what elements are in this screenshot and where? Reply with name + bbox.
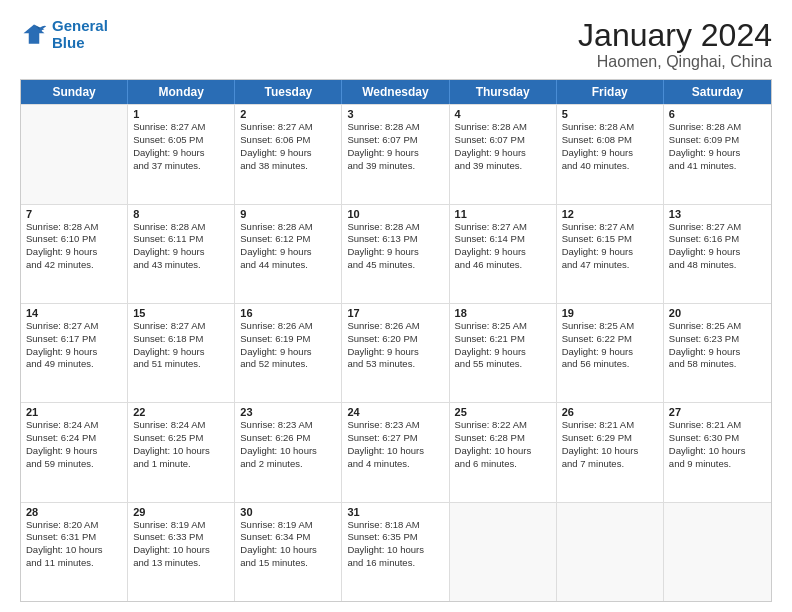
day-number: 8 bbox=[133, 208, 229, 220]
page: General Blue January 2024 Haomen, Qingha… bbox=[0, 0, 792, 612]
calendar-cell-w1-d1: 8Sunrise: 8:28 AMSunset: 6:11 PMDaylight… bbox=[128, 205, 235, 303]
cell-info-line: Daylight: 10 hours bbox=[669, 445, 766, 458]
day-number: 26 bbox=[562, 406, 658, 418]
calendar-cell-w0-d0 bbox=[21, 105, 128, 203]
cell-info-line: and 59 minutes. bbox=[26, 458, 122, 471]
cell-info-line: Sunset: 6:23 PM bbox=[669, 333, 766, 346]
header-day-thursday: Thursday bbox=[450, 80, 557, 104]
cell-info-line: Daylight: 10 hours bbox=[133, 445, 229, 458]
calendar-cell-w0-d1: 1Sunrise: 8:27 AMSunset: 6:05 PMDaylight… bbox=[128, 105, 235, 203]
logo-text: General Blue bbox=[52, 18, 108, 51]
cell-info-line: Daylight: 9 hours bbox=[562, 346, 658, 359]
cell-info-line: Sunset: 6:34 PM bbox=[240, 531, 336, 544]
cell-info-line: Daylight: 9 hours bbox=[562, 246, 658, 259]
day-number: 19 bbox=[562, 307, 658, 319]
header-day-saturday: Saturday bbox=[664, 80, 771, 104]
calendar-week-0: 1Sunrise: 8:27 AMSunset: 6:05 PMDaylight… bbox=[21, 104, 771, 203]
header: General Blue January 2024 Haomen, Qingha… bbox=[20, 18, 772, 71]
cell-info-line: Daylight: 9 hours bbox=[133, 346, 229, 359]
cell-info-line: Sunset: 6:31 PM bbox=[26, 531, 122, 544]
calendar-cell-w1-d6: 13Sunrise: 8:27 AMSunset: 6:16 PMDayligh… bbox=[664, 205, 771, 303]
day-number: 28 bbox=[26, 506, 122, 518]
cell-info-line: Daylight: 10 hours bbox=[240, 445, 336, 458]
cell-info-line: Daylight: 9 hours bbox=[133, 246, 229, 259]
day-number: 13 bbox=[669, 208, 766, 220]
cell-info-line: Daylight: 9 hours bbox=[26, 246, 122, 259]
cell-info-line: and 11 minutes. bbox=[26, 557, 122, 570]
cell-info-line: and 1 minute. bbox=[133, 458, 229, 471]
day-number: 12 bbox=[562, 208, 658, 220]
day-number: 16 bbox=[240, 307, 336, 319]
day-number: 14 bbox=[26, 307, 122, 319]
calendar-cell-w4-d1: 29Sunrise: 8:19 AMSunset: 6:33 PMDayligh… bbox=[128, 503, 235, 601]
cell-info-line: Sunset: 6:14 PM bbox=[455, 233, 551, 246]
cell-info-line: Sunrise: 8:24 AM bbox=[133, 419, 229, 432]
cell-info-line: Sunset: 6:18 PM bbox=[133, 333, 229, 346]
calendar-cell-w2-d1: 15Sunrise: 8:27 AMSunset: 6:18 PMDayligh… bbox=[128, 304, 235, 402]
cell-info-line: Sunset: 6:10 PM bbox=[26, 233, 122, 246]
cell-info-line: and 40 minutes. bbox=[562, 160, 658, 173]
logo-line1: General bbox=[52, 17, 108, 34]
cell-info-line: and 55 minutes. bbox=[455, 358, 551, 371]
cell-info-line: Sunrise: 8:27 AM bbox=[562, 221, 658, 234]
cell-info-line: Daylight: 9 hours bbox=[240, 246, 336, 259]
calendar-subtitle: Haomen, Qinghai, China bbox=[578, 53, 772, 71]
cell-info-line: Sunset: 6:17 PM bbox=[26, 333, 122, 346]
header-day-friday: Friday bbox=[557, 80, 664, 104]
cell-info-line: Sunset: 6:35 PM bbox=[347, 531, 443, 544]
calendar-cell-w3-d2: 23Sunrise: 8:23 AMSunset: 6:26 PMDayligh… bbox=[235, 403, 342, 501]
cell-info-line: Daylight: 9 hours bbox=[26, 445, 122, 458]
cell-info-line: and 37 minutes. bbox=[133, 160, 229, 173]
calendar-cell-w3-d3: 24Sunrise: 8:23 AMSunset: 6:27 PMDayligh… bbox=[342, 403, 449, 501]
cell-info-line: Daylight: 9 hours bbox=[455, 346, 551, 359]
cell-info-line: and 46 minutes. bbox=[455, 259, 551, 272]
cell-info-line: Sunrise: 8:26 AM bbox=[347, 320, 443, 333]
calendar-title: January 2024 bbox=[578, 18, 772, 53]
cell-info-line: Daylight: 10 hours bbox=[347, 544, 443, 557]
cell-info-line: and 48 minutes. bbox=[669, 259, 766, 272]
calendar-cell-w0-d6: 6Sunrise: 8:28 AMSunset: 6:09 PMDaylight… bbox=[664, 105, 771, 203]
header-day-monday: Monday bbox=[128, 80, 235, 104]
cell-info-line: and 2 minutes. bbox=[240, 458, 336, 471]
day-number: 23 bbox=[240, 406, 336, 418]
cell-info-line: Sunset: 6:28 PM bbox=[455, 432, 551, 445]
cell-info-line: Sunset: 6:25 PM bbox=[133, 432, 229, 445]
day-number: 9 bbox=[240, 208, 336, 220]
calendar-cell-w2-d2: 16Sunrise: 8:26 AMSunset: 6:19 PMDayligh… bbox=[235, 304, 342, 402]
day-number: 22 bbox=[133, 406, 229, 418]
title-area: January 2024 Haomen, Qinghai, China bbox=[578, 18, 772, 71]
calendar-cell-w3-d0: 21Sunrise: 8:24 AMSunset: 6:24 PMDayligh… bbox=[21, 403, 128, 501]
day-number: 17 bbox=[347, 307, 443, 319]
cell-info-line: Daylight: 9 hours bbox=[240, 147, 336, 160]
calendar-header: SundayMondayTuesdayWednesdayThursdayFrid… bbox=[21, 80, 771, 104]
cell-info-line: Daylight: 9 hours bbox=[347, 346, 443, 359]
cell-info-line: Daylight: 9 hours bbox=[455, 246, 551, 259]
cell-info-line: Sunset: 6:08 PM bbox=[562, 134, 658, 147]
cell-info-line: and 43 minutes. bbox=[133, 259, 229, 272]
cell-info-line: Sunrise: 8:20 AM bbox=[26, 519, 122, 532]
cell-info-line: Sunset: 6:06 PM bbox=[240, 134, 336, 147]
cell-info-line: Sunset: 6:15 PM bbox=[562, 233, 658, 246]
calendar-cell-w3-d4: 25Sunrise: 8:22 AMSunset: 6:28 PMDayligh… bbox=[450, 403, 557, 501]
cell-info-line: Sunrise: 8:27 AM bbox=[669, 221, 766, 234]
cell-info-line: Sunrise: 8:27 AM bbox=[455, 221, 551, 234]
day-number: 31 bbox=[347, 506, 443, 518]
day-number: 11 bbox=[455, 208, 551, 220]
cell-info-line: Sunrise: 8:18 AM bbox=[347, 519, 443, 532]
cell-info-line: Sunrise: 8:27 AM bbox=[133, 320, 229, 333]
cell-info-line: and 42 minutes. bbox=[26, 259, 122, 272]
cell-info-line: Daylight: 10 hours bbox=[240, 544, 336, 557]
cell-info-line: Sunrise: 8:25 AM bbox=[455, 320, 551, 333]
cell-info-line: Sunrise: 8:27 AM bbox=[133, 121, 229, 134]
cell-info-line: Sunrise: 8:25 AM bbox=[562, 320, 658, 333]
cell-info-line: Sunset: 6:22 PM bbox=[562, 333, 658, 346]
calendar-week-3: 21Sunrise: 8:24 AMSunset: 6:24 PMDayligh… bbox=[21, 402, 771, 501]
cell-info-line: Sunrise: 8:28 AM bbox=[669, 121, 766, 134]
cell-info-line: Sunrise: 8:27 AM bbox=[240, 121, 336, 134]
cell-info-line: Sunrise: 8:28 AM bbox=[455, 121, 551, 134]
day-number: 18 bbox=[455, 307, 551, 319]
cell-info-line: Sunrise: 8:25 AM bbox=[669, 320, 766, 333]
day-number: 15 bbox=[133, 307, 229, 319]
calendar-cell-w4-d4 bbox=[450, 503, 557, 601]
logo-icon bbox=[20, 21, 48, 49]
